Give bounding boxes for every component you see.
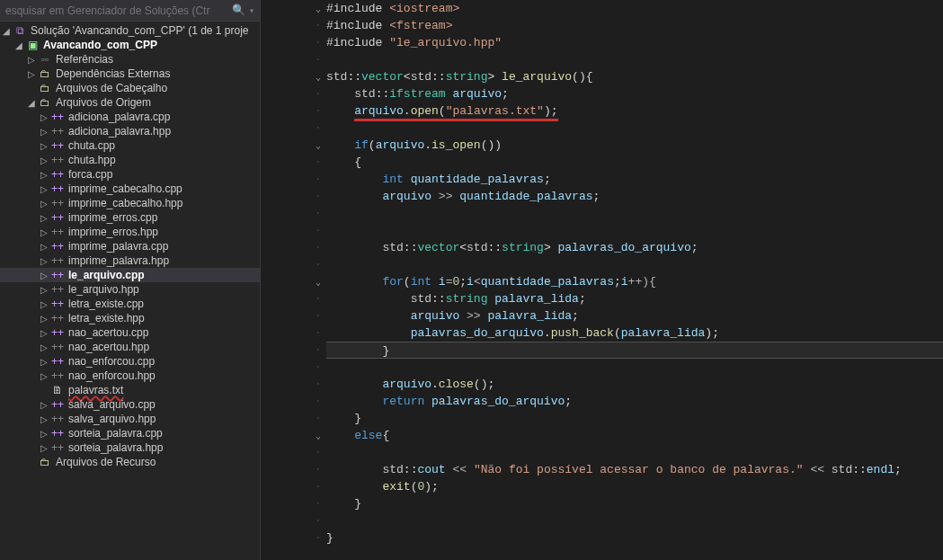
expand-icon[interactable]: ▷ [38, 242, 50, 252]
file-item[interactable]: ▷++nao_enforcou.hpp [0, 369, 260, 383]
code-line[interactable]: arquivo >> quantidade_palavras; [326, 188, 943, 205]
code-line[interactable] [326, 256, 943, 273]
fold-toggle-icon[interactable]: ⌄ [316, 4, 321, 14]
code-line[interactable]: std::ifstream arquivo; [326, 85, 943, 102]
expand-icon[interactable]: ▷ [38, 299, 50, 309]
expand-icon[interactable]: ▷ [38, 285, 50, 295]
expand-icon[interactable]: ▷ [38, 184, 50, 194]
expand-icon[interactable]: ▷ [38, 271, 50, 280]
code-line[interactable]: return palavras_do_arquivo; [326, 393, 943, 410]
expand-icon[interactable]: ▷ [38, 357, 50, 367]
file-item[interactable]: ▷++sorteia_palavra.cpp [0, 426, 260, 440]
fold-toggle-icon[interactable]: ⌄ [316, 73, 321, 83]
code-line[interactable]: palavras_do_arquivo.push_back(palavra_li… [326, 324, 943, 342]
code-line[interactable]: arquivo.open("palavras.txt"); [326, 102, 943, 120]
file-item[interactable]: ▷++salva_arquivo.cpp [0, 397, 260, 412]
file-item[interactable]: ▷++adiciona_palavra.hpp [0, 124, 260, 138]
expand-icon[interactable]: ▷ [38, 112, 50, 122]
file-item[interactable]: ▷++salva_arquivo.hpp [0, 412, 260, 426]
expand-icon[interactable]: ▷ [38, 213, 50, 223]
resource-files-node[interactable]: 🗀 Arquivos de Recurso [0, 455, 260, 469]
code-editor[interactable]: ⌄···⌄···⌄·······⌄········⌄······ #includ… [261, 0, 943, 560]
search-dropdown-icon[interactable]: ▾ [249, 5, 254, 16]
file-item[interactable]: ▷++chuta.cpp [0, 138, 260, 153]
file-item[interactable]: ▷++sorteia_palavra.hpp [0, 440, 260, 455]
code-line[interactable] [326, 51, 943, 68]
fold-toggle-icon[interactable]: ⌄ [316, 278, 321, 288]
code-line[interactable] [326, 359, 943, 376]
references-node[interactable]: ▷ ▫▫ Referências [0, 52, 260, 67]
expand-icon[interactable]: ▷ [25, 55, 38, 65]
file-item[interactable]: ▷++adiciona_palavra.cpp [0, 110, 260, 124]
code-line[interactable]: if(arquivo.is_open()) [326, 137, 943, 154]
expand-icon[interactable]: ◢ [0, 26, 13, 36]
code-line[interactable]: std::vector<std::string> le_arquivo(){ [326, 68, 943, 85]
code-line[interactable]: arquivo >> palavra_lida; [326, 307, 943, 324]
code-line[interactable] [326, 205, 943, 222]
code-line[interactable]: } [326, 410, 943, 427]
expand-icon[interactable]: ▷ [38, 328, 50, 338]
code-line[interactable]: } [326, 342, 943, 359]
file-item[interactable]: ▷++nao_enforcou.cpp [0, 354, 260, 369]
expand-icon[interactable]: ▷ [38, 400, 50, 410]
search-input[interactable] [5, 4, 227, 17]
code-line[interactable]: #include <iostream> [326, 0, 943, 17]
expand-icon[interactable]: ▷ [38, 256, 50, 266]
expand-icon[interactable]: ◢ [13, 40, 25, 50]
expand-icon[interactable]: ▷ [38, 414, 50, 424]
source-files-node[interactable]: ◢ 🗀 Arquivos de Origem [0, 95, 260, 110]
file-item[interactable]: ▷++imprime_palavra.hpp [0, 253, 260, 268]
expand-icon[interactable]: ▷ [38, 342, 50, 352]
code-line[interactable]: exit(0); [326, 478, 943, 495]
search-icon[interactable]: 🔍 [232, 4, 245, 17]
file-item[interactable]: ▷++letra_existe.cpp [0, 297, 260, 311]
file-item[interactable]: ▷++nao_acertou.hpp [0, 340, 260, 354]
code-line[interactable] [326, 512, 943, 529]
code-content[interactable]: #include <iostream>#include <fstream>#in… [326, 0, 943, 547]
file-item[interactable]: ▷++nao_acertou.cpp [0, 325, 260, 340]
expand-icon[interactable]: ▷ [38, 371, 50, 381]
code-line[interactable]: int quantidade_palavras; [326, 171, 943, 188]
expand-icon[interactable]: ▷ [38, 141, 50, 151]
file-item[interactable]: ▷++le_arquivo.hpp [0, 282, 260, 297]
expand-icon[interactable]: ▷ [38, 314, 50, 324]
expand-icon[interactable]: ◢ [25, 98, 38, 108]
fold-toggle-icon[interactable]: ⌄ [316, 431, 321, 441]
fold-toggle-icon[interactable]: ⌄ [316, 141, 321, 151]
file-item[interactable]: ▷++imprime_erros.hpp [0, 225, 260, 239]
code-line[interactable] [326, 120, 943, 137]
code-line[interactable] [326, 444, 943, 461]
code-line[interactable]: std::string palavra_lida; [326, 290, 943, 307]
code-line[interactable]: #include <fstream> [326, 17, 943, 34]
code-line[interactable]: arquivo.close(); [326, 376, 943, 393]
code-line[interactable] [326, 222, 943, 239]
code-line[interactable]: std::cout << "Não foi possível acessar o… [326, 461, 943, 478]
expand-icon[interactable]: ▷ [38, 227, 50, 237]
file-item[interactable]: ▷++forca.cpp [0, 167, 260, 182]
expand-icon[interactable]: ▷ [25, 69, 38, 79]
project-node[interactable]: ◢ ▣ Avancando_com_CPP [0, 38, 260, 52]
file-item[interactable]: 🗎palavras.txt [0, 383, 260, 397]
solution-node[interactable]: ◢ ⧉ Solução 'Avancando_com_CPP' (1 de 1 … [0, 23, 260, 38]
file-item[interactable]: ▷++imprime_cabecalho.hpp [0, 196, 260, 210]
code-line[interactable]: std::vector<std::string> palavras_do_arq… [326, 239, 943, 256]
expand-icon[interactable]: ▷ [38, 156, 50, 165]
file-item[interactable]: ▷++imprime_palavra.cpp [0, 239, 260, 253]
code-line[interactable]: for(int i=0;i<quantidade_palavras;i++){ [326, 273, 943, 290]
expand-icon[interactable]: ▷ [38, 199, 50, 209]
file-item[interactable]: ▷++letra_existe.hpp [0, 311, 260, 325]
code-line[interactable]: } [326, 495, 943, 512]
expand-icon[interactable]: ▷ [38, 429, 50, 439]
file-item[interactable]: ▷++le_arquivo.cpp [0, 268, 260, 282]
file-item[interactable]: ▷++chuta.hpp [0, 153, 260, 167]
code-line[interactable]: #include "le_arquivo.hpp" [326, 34, 943, 51]
external-deps-node[interactable]: ▷ 🗀 Dependências Externas [0, 67, 260, 81]
header-files-node[interactable]: 🗀 Arquivos de Cabeçalho [0, 81, 260, 95]
file-item[interactable]: ▷++imprime_cabecalho.cpp [0, 182, 260, 196]
code-line[interactable]: { [326, 154, 943, 171]
expand-icon[interactable]: ▷ [38, 443, 50, 453]
expand-icon[interactable]: ▷ [38, 127, 50, 137]
code-line[interactable]: else{ [326, 427, 943, 444]
file-item[interactable]: ▷++imprime_erros.cpp [0, 210, 260, 225]
expand-icon[interactable]: ▷ [38, 170, 50, 180]
